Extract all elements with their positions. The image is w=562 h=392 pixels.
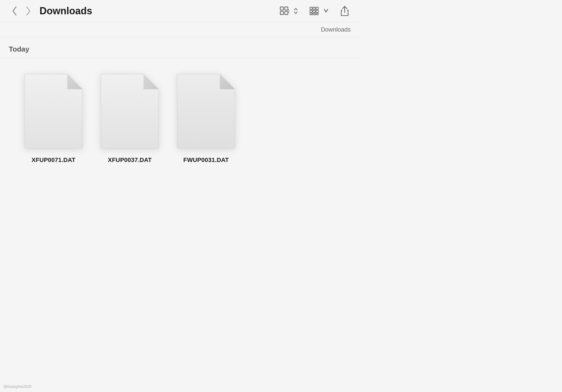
svg-rect-7: [310, 10, 312, 12]
svg-rect-12: [316, 13, 318, 15]
toolbar: Downloads: [0, 0, 359, 22]
back-button[interactable]: [9, 5, 20, 17]
page-title: Downloads: [40, 5, 275, 17]
svg-rect-8: [313, 10, 315, 12]
group-view-button[interactable]: [308, 5, 332, 17]
file-item[interactable]: FWUP0031.DAT: [175, 71, 238, 164]
section-header: Today: [0, 37, 359, 58]
svg-rect-0: [280, 7, 283, 10]
forward-button[interactable]: [23, 5, 34, 17]
svg-rect-3: [285, 12, 288, 15]
grid-view-icon: [279, 6, 289, 16]
subtitle-text: Downloads: [321, 26, 351, 33]
svg-rect-11: [313, 13, 315, 15]
svg-rect-2: [280, 12, 283, 15]
file-name: XFUP0071.DAT: [32, 156, 75, 164]
file-name: FWUP0031.DAT: [183, 156, 229, 164]
svg-rect-9: [316, 10, 318, 12]
file-grid: XFUP0071.DAT XFUP0037.DA: [0, 58, 359, 177]
dropdown-chevron-icon: [321, 6, 331, 16]
sort-chevron-icon: [291, 6, 301, 16]
group-view-icon: [310, 6, 319, 16]
grid-view-button[interactable]: [278, 5, 302, 17]
svg-rect-6: [316, 7, 318, 9]
file-icon: [22, 71, 85, 151]
section-label: Today: [9, 45, 29, 53]
svg-rect-10: [310, 13, 312, 15]
svg-rect-5: [313, 7, 315, 9]
file-item[interactable]: XFUP0037.DAT: [98, 71, 161, 164]
toolbar-actions: [278, 5, 351, 17]
share-icon: [340, 6, 350, 16]
file-name: XFUP0037.DAT: [108, 156, 152, 164]
share-button[interactable]: [339, 5, 351, 17]
file-icon: [98, 71, 161, 151]
subtitle-bar: Downloads: [0, 22, 359, 37]
file-icon: [175, 71, 238, 151]
svg-rect-4: [310, 7, 312, 9]
svg-rect-1: [285, 7, 288, 10]
file-item[interactable]: XFUP0071.DAT: [22, 71, 85, 164]
